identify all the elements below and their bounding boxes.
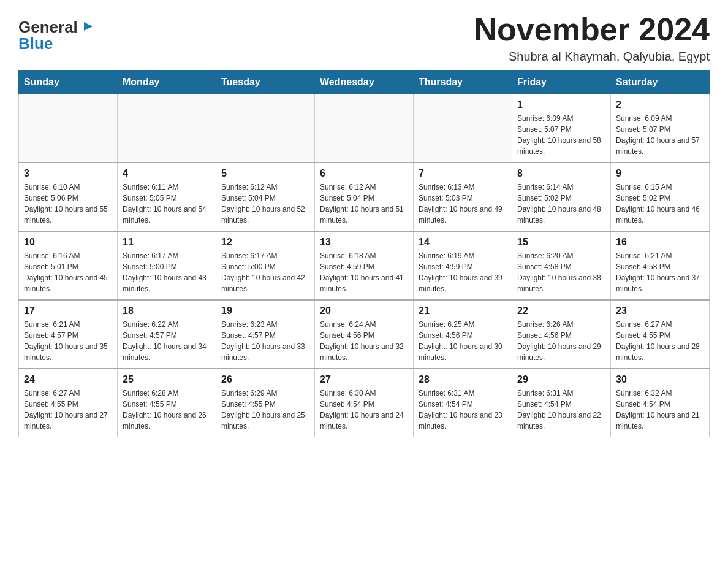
- title-area: November 2024 Shubra al Khaymah, Qalyubi…: [474, 12, 710, 64]
- month-title: November 2024: [474, 12, 710, 47]
- day-number: 12: [221, 237, 309, 248]
- day-info: Sunrise: 6:14 AM Sunset: 5:02 PM Dayligh…: [517, 182, 605, 226]
- calendar-cell: [414, 94, 512, 163]
- day-number: 23: [616, 305, 704, 316]
- calendar-cell: 15Sunrise: 6:20 AM Sunset: 4:58 PM Dayli…: [512, 231, 611, 300]
- day-number: 6: [320, 168, 408, 179]
- week-row-2: 3Sunrise: 6:10 AM Sunset: 5:06 PM Daylig…: [19, 163, 710, 231]
- day-number: 26: [221, 374, 309, 385]
- day-info: Sunrise: 6:17 AM Sunset: 5:00 PM Dayligh…: [123, 250, 211, 294]
- weekday-header-tuesday: Tuesday: [216, 71, 315, 94]
- week-row-3: 10Sunrise: 6:16 AM Sunset: 5:01 PM Dayli…: [19, 231, 710, 300]
- calendar-cell: 3Sunrise: 6:10 AM Sunset: 5:06 PM Daylig…: [19, 163, 118, 231]
- weekday-header-row: SundayMondayTuesdayWednesdayThursdayFrid…: [19, 71, 710, 94]
- day-number: 18: [123, 305, 211, 316]
- day-number: 30: [616, 374, 704, 385]
- day-info: Sunrise: 6:32 AM Sunset: 4:54 PM Dayligh…: [616, 388, 704, 432]
- day-info: Sunrise: 6:16 AM Sunset: 5:01 PM Dayligh…: [24, 250, 112, 294]
- day-number: 2: [616, 99, 704, 110]
- day-number: 5: [221, 168, 309, 179]
- day-info: Sunrise: 6:27 AM Sunset: 4:55 PM Dayligh…: [24, 388, 112, 432]
- day-info: Sunrise: 6:09 AM Sunset: 5:07 PM Dayligh…: [517, 113, 605, 157]
- day-number: 28: [419, 374, 507, 385]
- svg-marker-0: [84, 22, 93, 31]
- calendar-cell: 27Sunrise: 6:30 AM Sunset: 4:54 PM Dayli…: [315, 369, 414, 437]
- day-info: Sunrise: 6:24 AM Sunset: 4:56 PM Dayligh…: [320, 319, 408, 363]
- day-number: 15: [517, 237, 605, 248]
- calendar-cell: 2Sunrise: 6:09 AM Sunset: 5:07 PM Daylig…: [611, 94, 710, 163]
- day-info: Sunrise: 6:17 AM Sunset: 5:00 PM Dayligh…: [221, 250, 309, 294]
- day-info: Sunrise: 6:23 AM Sunset: 4:57 PM Dayligh…: [221, 319, 309, 363]
- day-info: Sunrise: 6:13 AM Sunset: 5:03 PM Dayligh…: [419, 182, 507, 226]
- calendar-cell: 23Sunrise: 6:27 AM Sunset: 4:55 PM Dayli…: [611, 300, 710, 369]
- day-number: 19: [221, 305, 309, 316]
- header: General Blue November 2024 Shubra al Kha…: [18, 12, 710, 64]
- week-row-5: 24Sunrise: 6:27 AM Sunset: 4:55 PM Dayli…: [19, 369, 710, 437]
- calendar-cell: 11Sunrise: 6:17 AM Sunset: 5:00 PM Dayli…: [118, 231, 216, 300]
- day-info: Sunrise: 6:25 AM Sunset: 4:56 PM Dayligh…: [419, 319, 507, 363]
- day-info: Sunrise: 6:09 AM Sunset: 5:07 PM Dayligh…: [616, 113, 704, 157]
- logo-general-text: General: [18, 19, 78, 35]
- day-info: Sunrise: 6:12 AM Sunset: 5:04 PM Dayligh…: [221, 182, 309, 226]
- calendar-cell: [315, 94, 414, 163]
- calendar-cell: 5Sunrise: 6:12 AM Sunset: 5:04 PM Daylig…: [216, 163, 315, 231]
- day-info: Sunrise: 6:28 AM Sunset: 4:55 PM Dayligh…: [123, 388, 211, 432]
- calendar-cell: 13Sunrise: 6:18 AM Sunset: 4:59 PM Dayli…: [315, 231, 414, 300]
- calendar-cell: 19Sunrise: 6:23 AM Sunset: 4:57 PM Dayli…: [216, 300, 315, 369]
- day-info: Sunrise: 6:31 AM Sunset: 4:54 PM Dayligh…: [517, 388, 605, 432]
- day-number: 14: [419, 237, 507, 248]
- weekday-header-wednesday: Wednesday: [315, 71, 414, 94]
- calendar-cell: 6Sunrise: 6:12 AM Sunset: 5:04 PM Daylig…: [315, 163, 414, 231]
- day-number: 3: [24, 168, 112, 179]
- day-number: 16: [616, 237, 704, 248]
- day-info: Sunrise: 6:12 AM Sunset: 5:04 PM Dayligh…: [320, 182, 408, 226]
- calendar-cell: 8Sunrise: 6:14 AM Sunset: 5:02 PM Daylig…: [512, 163, 611, 231]
- week-row-4: 17Sunrise: 6:21 AM Sunset: 4:57 PM Dayli…: [19, 300, 710, 369]
- calendar-cell: 24Sunrise: 6:27 AM Sunset: 4:55 PM Dayli…: [19, 369, 118, 437]
- calendar-cell: 16Sunrise: 6:21 AM Sunset: 4:58 PM Dayli…: [611, 231, 710, 300]
- day-number: 25: [123, 374, 211, 385]
- day-number: 10: [24, 237, 112, 248]
- calendar-cell: [216, 94, 315, 163]
- calendar-cell: 20Sunrise: 6:24 AM Sunset: 4:56 PM Dayli…: [315, 300, 414, 369]
- day-number: 1: [517, 99, 605, 110]
- day-info: Sunrise: 6:27 AM Sunset: 4:55 PM Dayligh…: [616, 319, 704, 363]
- day-number: 8: [517, 168, 605, 179]
- logo-triangle-icon: [82, 20, 95, 33]
- weekday-header-thursday: Thursday: [414, 71, 512, 94]
- day-info: Sunrise: 6:11 AM Sunset: 5:05 PM Dayligh…: [123, 182, 211, 226]
- weekday-header-saturday: Saturday: [611, 71, 710, 94]
- weekday-header-monday: Monday: [118, 71, 216, 94]
- calendar-cell: 1Sunrise: 6:09 AM Sunset: 5:07 PM Daylig…: [512, 94, 611, 163]
- day-info: Sunrise: 6:30 AM Sunset: 4:54 PM Dayligh…: [320, 388, 408, 432]
- day-number: 20: [320, 305, 408, 316]
- logo: General Blue: [18, 12, 95, 52]
- day-number: 11: [123, 237, 211, 248]
- day-number: 4: [123, 168, 211, 179]
- day-info: Sunrise: 6:29 AM Sunset: 4:55 PM Dayligh…: [221, 388, 309, 432]
- day-info: Sunrise: 6:26 AM Sunset: 4:56 PM Dayligh…: [517, 319, 605, 363]
- day-number: 7: [419, 168, 507, 179]
- day-info: Sunrise: 6:22 AM Sunset: 4:57 PM Dayligh…: [123, 319, 211, 363]
- day-info: Sunrise: 6:21 AM Sunset: 4:58 PM Dayligh…: [616, 250, 704, 294]
- day-number: 27: [320, 374, 408, 385]
- day-number: 21: [419, 305, 507, 316]
- day-info: Sunrise: 6:21 AM Sunset: 4:57 PM Dayligh…: [24, 319, 112, 363]
- calendar-cell: 22Sunrise: 6:26 AM Sunset: 4:56 PM Dayli…: [512, 300, 611, 369]
- calendar-cell: 9Sunrise: 6:15 AM Sunset: 5:02 PM Daylig…: [611, 163, 710, 231]
- day-number: 29: [517, 374, 605, 385]
- day-number: 17: [24, 305, 112, 316]
- calendar-cell: 4Sunrise: 6:11 AM Sunset: 5:05 PM Daylig…: [118, 163, 216, 231]
- day-info: Sunrise: 6:31 AM Sunset: 4:54 PM Dayligh…: [419, 388, 507, 432]
- day-number: 24: [24, 374, 112, 385]
- day-info: Sunrise: 6:10 AM Sunset: 5:06 PM Dayligh…: [24, 182, 112, 226]
- calendar-cell: 14Sunrise: 6:19 AM Sunset: 4:59 PM Dayli…: [414, 231, 512, 300]
- location-subtitle: Shubra al Khaymah, Qalyubia, Egypt: [474, 50, 710, 64]
- day-info: Sunrise: 6:18 AM Sunset: 4:59 PM Dayligh…: [320, 250, 408, 294]
- day-number: 13: [320, 237, 408, 248]
- calendar-cell: 21Sunrise: 6:25 AM Sunset: 4:56 PM Dayli…: [414, 300, 512, 369]
- day-info: Sunrise: 6:15 AM Sunset: 5:02 PM Dayligh…: [616, 182, 704, 226]
- calendar-cell: 30Sunrise: 6:32 AM Sunset: 4:54 PM Dayli…: [611, 369, 710, 437]
- calendar-cell: 26Sunrise: 6:29 AM Sunset: 4:55 PM Dayli…: [216, 369, 315, 437]
- calendar-cell: 7Sunrise: 6:13 AM Sunset: 5:03 PM Daylig…: [414, 163, 512, 231]
